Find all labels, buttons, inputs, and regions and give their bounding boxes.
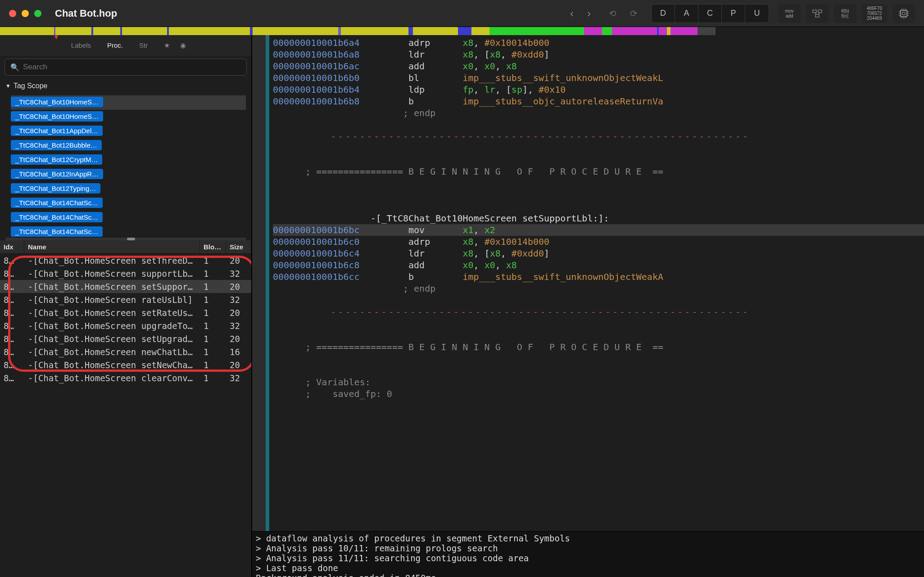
procedure-table: Idx Name Blo… Size 8…-[Chat_Bot.HomeScre… xyxy=(0,240,251,577)
search-input[interactable] xyxy=(23,63,241,72)
asm-line[interactable]: -[_TtC8Chat_Bot10HomeScreen setSupportLb… xyxy=(273,212,924,224)
asm-line[interactable] xyxy=(273,201,924,212)
search-field[interactable]: 🔍 xyxy=(5,59,247,76)
close-window-button[interactable] xyxy=(9,10,16,17)
asm-line[interactable] xyxy=(273,189,924,201)
tag-pill[interactable]: _TtC8Chat_Bot10HomeS… xyxy=(11,111,103,122)
asm-line[interactable] xyxy=(273,294,924,306)
hex-button[interactable]: 486F70706572204469 xyxy=(862,4,887,23)
asm-line[interactable]: ; Variables: xyxy=(273,376,924,388)
tag-pill[interactable]: _TtC8Chat_Bot14ChatSc… xyxy=(11,198,103,208)
tag-scope-header[interactable]: ▼ Tag Scope xyxy=(0,78,251,94)
table-row[interactable]: 8…-[Chat_Bot.HomeScreen setSupportLbl:]1… xyxy=(0,280,251,293)
asm-line[interactable]: 000000010001b6b4 ldp fp, lr, [sp], #0x10 xyxy=(273,84,924,95)
table-row[interactable]: 8…-[Chat_Bot.HomeScreen setThreeDayFreeT… xyxy=(0,254,251,267)
tab-dot[interactable]: ◉ xyxy=(172,39,188,52)
asm-line[interactable] xyxy=(273,353,924,365)
asm-line[interactable] xyxy=(273,119,924,131)
position-marker-icon: ▼ xyxy=(53,33,59,41)
table-header: Idx Name Blo… Size xyxy=(0,240,251,254)
asm-line[interactable]: ----------------------------------------… xyxy=(273,131,924,142)
table-row[interactable]: 8…-[Chat_Bot.HomeScreen setNewChatLbl:]1… xyxy=(0,358,251,371)
asm-line[interactable]: 000000010001b6a8 ldr x8, [x8, #0xdd0] xyxy=(273,49,924,60)
asm-line[interactable]: ; ================ B E G I N N I N G O F… xyxy=(273,341,924,353)
tag-pill[interactable]: _TtC8Chat_Bot14ChatSc… xyxy=(11,226,103,237)
tab-star[interactable]: ★ xyxy=(156,39,172,52)
window-title: Chat Bot.hop xyxy=(55,8,117,19)
asm-line[interactable] xyxy=(273,142,924,154)
table-row[interactable]: 8…-[Chat_Bot.HomeScreen supportLbl]132 xyxy=(0,267,251,280)
asm-line[interactable]: ; saved_fp: 0 xyxy=(273,388,924,400)
titlebar: Chat Bot.hop ‹ › ⟲ ⟳ D A C P U movadd if… xyxy=(0,0,924,27)
log-line: > dataflow analysis of procedures in seg… xyxy=(256,533,920,543)
undo-button[interactable]: ⟲ xyxy=(609,8,616,19)
redo-button[interactable]: ⟳ xyxy=(630,8,638,19)
table-row[interactable]: 8…-[Chat_Bot.HomeScreen setRateUsLbl:]12… xyxy=(0,306,251,319)
svg-rect-6 xyxy=(902,12,905,15)
mode-d-button[interactable]: D xyxy=(652,5,675,23)
tags-list: _TtC8Chat_Bot10HomeS…_TtC8Chat_Bot10Home… xyxy=(0,94,251,238)
back-button[interactable]: ‹ xyxy=(570,7,574,20)
asm-line[interactable]: ----------------------------------------… xyxy=(273,306,924,318)
asm-line[interactable]: 000000010001b6c8 add x0, x0, x8 xyxy=(273,259,924,271)
mode-u-button[interactable]: U xyxy=(745,5,769,23)
svg-line-4 xyxy=(818,13,820,14)
asm-line[interactable] xyxy=(273,318,924,329)
mode-a-button[interactable]: A xyxy=(675,5,698,23)
tag-pill[interactable]: _TtC8Chat_Bot10HomeS… xyxy=(11,97,103,107)
tab-str[interactable]: Str xyxy=(131,39,156,52)
asm-line[interactable] xyxy=(273,177,924,189)
table-row[interactable]: 8…-[Chat_Bot.HomeScreen rateUsLbl]132 xyxy=(0,293,251,306)
log-line: > Analysis pass 10/11: remaining prologs… xyxy=(256,543,920,553)
mov-add-button[interactable]: movadd xyxy=(778,4,801,23)
svg-rect-5 xyxy=(901,10,907,17)
table-row[interactable]: 8…-[Chat_Bot.HomeScreen clearConversatio… xyxy=(0,371,251,384)
asm-line[interactable]: 000000010001b6b8 b imp___stubs__objc_aut… xyxy=(273,95,924,107)
mode-c-button[interactable]: C xyxy=(698,5,722,23)
tab-proc[interactable]: Proc. xyxy=(99,39,131,52)
svg-rect-2 xyxy=(815,14,819,17)
tag-pill[interactable]: _TtC8Chat_Bot12Bubble… xyxy=(11,140,102,150)
svg-rect-1 xyxy=(818,10,822,13)
col-idx[interactable]: Idx xyxy=(0,240,24,253)
table-row[interactable]: 8…-[Chat_Bot.HomeScreen upgradeToProLbl]… xyxy=(0,319,251,332)
asm-line[interactable] xyxy=(273,154,924,166)
log-line: Background analysis ended in 8450ms xyxy=(256,573,920,577)
tag-pill[interactable]: _TtC8Chat_Bot12InAppR… xyxy=(11,169,103,179)
disassembly-view[interactable]: 000000010001b6a4 adrp x8, #0x10014b00000… xyxy=(252,35,924,531)
forward-button[interactable]: › xyxy=(587,7,591,20)
mode-p-button[interactable]: P xyxy=(722,5,745,23)
table-row[interactable]: 8…-[Chat_Bot.HomeScreen newChatLbl]116 xyxy=(0,345,251,358)
col-size[interactable]: Size xyxy=(226,240,251,253)
tag-pill[interactable]: _TtC8Chat_Bot12Typing… xyxy=(11,183,100,194)
minimize-window-button[interactable] xyxy=(22,10,29,17)
col-name[interactable]: Name xyxy=(24,240,200,253)
asm-line[interactable] xyxy=(273,329,924,341)
asm-gutter xyxy=(252,35,266,531)
tag-pill[interactable]: _TtC8Chat_Bot11AppDel… xyxy=(11,126,103,136)
tag-pill[interactable]: _TtC8Chat_Bot12CryptM… xyxy=(11,154,102,165)
col-blo[interactable]: Blo… xyxy=(200,240,226,253)
asm-line[interactable]: ; endp xyxy=(273,107,924,119)
asm-line[interactable]: ; endp xyxy=(273,283,924,294)
zoom-window-button[interactable] xyxy=(34,10,41,17)
asm-line[interactable]: 000000010001b6a4 adrp x8, #0x10014b000 xyxy=(273,37,924,49)
right-panel: 000000010001b6a4 adrp x8, #0x10014b00000… xyxy=(252,35,924,577)
ifb-fx-button[interactable]: if(b)f(x); xyxy=(834,4,856,23)
asm-line[interactable]: 000000010001b6cc b imp___stubs__swift_un… xyxy=(273,271,924,283)
asm-line[interactable] xyxy=(273,365,924,376)
asm-line[interactable]: 000000010001b6b0 bl imp___stubs__swift_u… xyxy=(273,72,924,84)
cpu-icon xyxy=(898,8,910,19)
layout-button[interactable] xyxy=(806,4,829,23)
asm-line[interactable]: 000000010001b6bc mov x1, x2 xyxy=(273,224,924,236)
tab-labels[interactable]: Labels xyxy=(63,39,99,52)
nav-arrows: ‹ › xyxy=(570,7,591,20)
asm-line[interactable]: 000000010001b6c4 ldr x8, [x8, #0xdd0] xyxy=(273,248,924,259)
table-row[interactable]: 8…-[Chat_Bot.HomeScreen setUpgradeToProL… xyxy=(0,332,251,345)
cpu-button[interactable] xyxy=(892,4,915,23)
asm-line[interactable]: 000000010001b6c0 adrp x8, #0x10014b000 xyxy=(273,236,924,248)
navigation-colorbar[interactable] xyxy=(0,27,924,35)
asm-line[interactable]: 000000010001b6ac add x0, x0, x8 xyxy=(273,60,924,72)
tag-pill[interactable]: _TtC8Chat_Bot14ChatSc… xyxy=(11,212,103,222)
asm-line[interactable]: ; ================ B E G I N N I N G O F… xyxy=(273,166,924,177)
